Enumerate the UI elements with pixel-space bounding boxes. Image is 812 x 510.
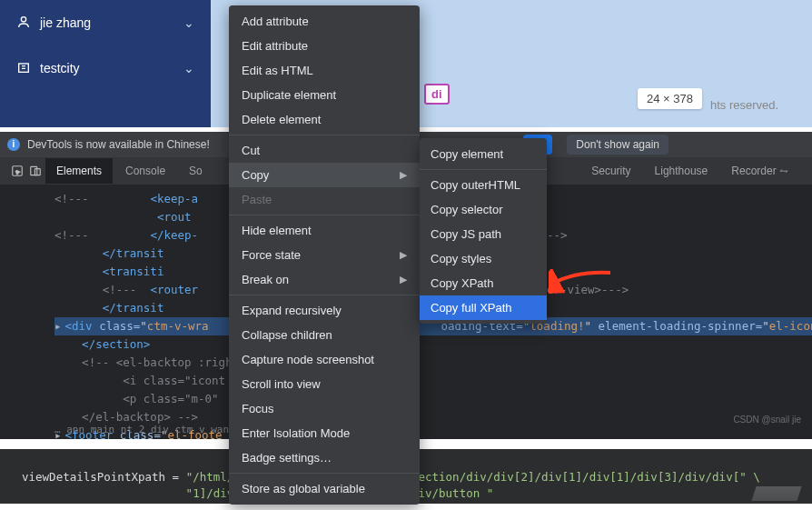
city-icon xyxy=(16,60,31,77)
ctx-cut[interactable]: Cut xyxy=(229,138,420,163)
ctx-scroll-into-view[interactable]: Scroll into view xyxy=(229,372,420,396)
svg-point-0 xyxy=(21,16,25,21)
context-menu: Add attribute Edit attribute Edit as HTM… xyxy=(229,5,420,505)
ctx-copy[interactable]: Copy▶ xyxy=(229,163,420,187)
sub-copy-full-xpath[interactable]: Copy full XPath xyxy=(420,295,547,320)
chevron-down-icon: ⌄ xyxy=(183,15,194,30)
ctx-badge-settings[interactable]: Badge settings… xyxy=(229,445,420,470)
inspector-highlight-badge: di xyxy=(424,84,450,105)
sub-copy-xpath[interactable]: Copy XPath xyxy=(420,271,547,295)
watermark: CSDN @snail jie xyxy=(733,415,801,425)
ctx-expand-recursively[interactable]: Expand recursively xyxy=(229,298,420,323)
ctx-force-state[interactable]: Force state▶ xyxy=(229,243,420,267)
user-icon xyxy=(16,15,31,32)
app-sidebar: jie zhang ⌄ testcity ⌄ xyxy=(0,0,211,127)
svg-rect-4 xyxy=(35,169,40,175)
sidebar-item-label: jie zhang xyxy=(40,15,91,30)
svg-rect-3 xyxy=(31,166,37,175)
sub-copy-outerhtml[interactable]: Copy outerHTML xyxy=(420,173,547,197)
annotation-arrow-icon xyxy=(549,269,612,299)
chevron-right-icon: ▶ xyxy=(400,249,407,261)
chevron-right-icon: ▶ xyxy=(400,169,407,181)
tab-lighthouse[interactable]: Lighthouse xyxy=(644,158,719,184)
ctx-edit-attribute[interactable]: Edit attribute xyxy=(229,34,420,58)
sub-copy-element[interactable]: Copy element xyxy=(420,142,547,166)
ctx-paste: Paste xyxy=(229,187,420,212)
devtools-info-message: DevTools is now available in Chinese! xyxy=(27,138,210,151)
tab-recorder[interactable]: Recorder ⥊ xyxy=(720,158,799,184)
sub-copy-js-path[interactable]: Copy JS path xyxy=(420,222,547,246)
ctx-edit-as-html[interactable]: Edit as HTML xyxy=(229,58,420,83)
inspector-dimensions-tooltip: 24 × 378 xyxy=(638,88,702,109)
breadcrumb-path[interactable]: … ann main nt 2 div ctm v wannannerann c… xyxy=(54,424,805,436)
tab-security[interactable]: Security xyxy=(580,158,641,184)
ctx-add-attribute[interactable]: Add attribute xyxy=(229,9,420,34)
chevron-down-icon: ⌄ xyxy=(183,61,194,75)
ctx-store-global[interactable]: Store as global variable xyxy=(229,476,420,501)
decoration-shape xyxy=(751,486,801,501)
info-icon: i xyxy=(7,138,20,151)
chevron-right-icon: ▶ xyxy=(400,274,407,285)
tab-elements[interactable]: Elements xyxy=(45,158,113,184)
footer-text-fragment: hts reserved. xyxy=(710,98,778,112)
ctx-capture-node-screenshot[interactable]: Capture node screenshot xyxy=(229,347,420,372)
devtools-info-dismiss-button[interactable]: Don't show again xyxy=(567,135,668,155)
ctx-enter-isolation[interactable]: Enter Isolation Mode xyxy=(229,421,420,445)
ctx-break-on[interactable]: Break on▶ xyxy=(229,267,420,292)
sub-copy-selector[interactable]: Copy selector xyxy=(420,197,547,222)
ctx-duplicate-element[interactable]: Duplicate element xyxy=(229,83,420,107)
sub-copy-styles[interactable]: Copy styles xyxy=(420,246,547,271)
ctx-collapse-children[interactable]: Collapse children xyxy=(229,323,420,347)
ctx-focus[interactable]: Focus xyxy=(229,396,420,421)
tab-sources[interactable]: So xyxy=(178,158,213,184)
sidebar-item-label: testcity xyxy=(40,61,80,75)
copy-submenu: Copy element Copy outerHTML Copy selecto… xyxy=(420,138,547,324)
ctx-hide-element[interactable]: Hide element xyxy=(229,218,420,243)
tab-console[interactable]: Console xyxy=(114,158,176,184)
sidebar-item-user[interactable]: jie zhang ⌄ xyxy=(0,0,211,45)
ctx-delete-element[interactable]: Delete element xyxy=(229,107,420,132)
inspect-icon[interactable] xyxy=(9,163,25,179)
device-toggle-icon[interactable] xyxy=(27,163,44,179)
sidebar-item-city[interactable]: testcity ⌄ xyxy=(0,45,211,91)
